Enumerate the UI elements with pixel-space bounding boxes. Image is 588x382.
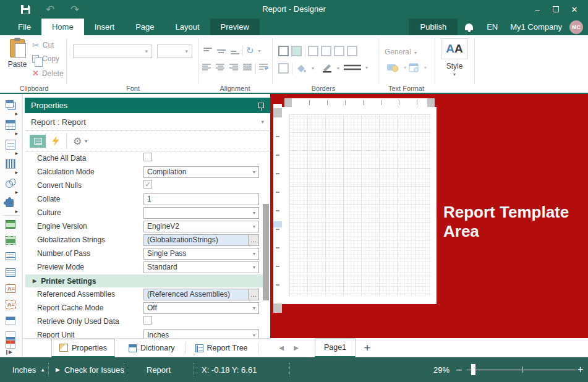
header-band-button[interactable] xyxy=(6,316,17,328)
pin-icon[interactable] xyxy=(258,103,264,108)
toolbox-collapse-button[interactable]: ▶ xyxy=(6,350,12,355)
avatar[interactable]: MC xyxy=(569,20,583,34)
next-page-arrow[interactable]: ▶ xyxy=(289,338,304,357)
align-right-button[interactable] xyxy=(229,64,239,71)
shape-tool-button[interactable]: ▶ xyxy=(6,179,17,190)
notifications-button[interactable] xyxy=(458,19,480,35)
property-dropdown[interactable]: Single Pass▾ xyxy=(143,248,259,260)
property-input[interactable]: 1 xyxy=(143,193,259,205)
align-left-button[interactable] xyxy=(202,64,211,71)
publish-button[interactable]: Publish xyxy=(409,19,458,35)
border-style-button[interactable]: ▾ xyxy=(344,64,368,71)
left-border-button[interactable] xyxy=(334,46,344,56)
delete-button[interactable]: ✕Delete xyxy=(32,69,64,78)
inside-borders-button[interactable] xyxy=(291,46,302,56)
date-format-button[interactable]: ▾ xyxy=(409,63,427,72)
page-footer-band-button[interactable] xyxy=(6,268,17,279)
align-bottom-button[interactable] xyxy=(230,47,240,54)
font-name-combobox[interactable]: ▾ xyxy=(73,45,152,58)
ellipsis-button[interactable]: … xyxy=(248,235,258,245)
gear-icon[interactable]: ⚙ xyxy=(73,135,82,147)
property-control: (Referenced Assemblies)… xyxy=(143,289,259,300)
all-borders-button[interactable] xyxy=(278,46,289,56)
property-checkbox[interactable] xyxy=(143,316,152,325)
property-checkbox[interactable] xyxy=(143,153,152,161)
component-tool-button[interactable]: ▶ xyxy=(6,100,17,111)
copy-button[interactable]: Copy xyxy=(32,54,59,63)
text-format-dropdown[interactable]: General ▾ xyxy=(385,48,417,56)
zoom-out-button[interactable]: – xyxy=(456,357,462,382)
object-selector-dropdown[interactable]: Report : Report ▾ xyxy=(25,113,270,131)
group-footer-band-button[interactable]: A≡ xyxy=(6,300,17,312)
align-top-button[interactable] xyxy=(203,47,213,54)
report-page[interactable] xyxy=(282,107,437,304)
fill-color-button[interactable]: ▾ xyxy=(296,64,314,73)
add-page-button[interactable]: + xyxy=(358,338,377,357)
tab-layout[interactable]: Layout xyxy=(165,19,210,35)
property-checkbox[interactable]: ✓ xyxy=(143,180,152,189)
check-for-issues-button[interactable]: ▶ Check for Issues xyxy=(56,357,124,382)
property-section-header[interactable]: ▶Printer Settings xyxy=(25,274,267,287)
property-row: Referenced Assemblies(Referenced Assembl… xyxy=(23,287,270,301)
currency-format-button[interactable]: ▾ xyxy=(387,63,406,72)
property-dropdown[interactable]: Standard▾ xyxy=(143,261,259,273)
cut-button[interactable]: ✂Cut xyxy=(32,40,54,50)
maximize-button[interactable] xyxy=(547,2,565,16)
report-title-band-button[interactable] xyxy=(6,220,17,231)
barcode-tool-button[interactable]: ▶ xyxy=(6,159,17,170)
property-value: Inches xyxy=(147,331,169,338)
right-border-button[interactable] xyxy=(347,46,357,56)
no-borders-button[interactable] xyxy=(278,63,289,74)
close-button[interactable]: ✕ xyxy=(566,2,583,16)
property-expression-field[interactable]: (GlobalizationStrings)… xyxy=(143,234,259,246)
tab-insert[interactable]: Insert xyxy=(84,19,126,35)
properties-view-button[interactable] xyxy=(30,135,46,148)
zoom-in-button[interactable]: + xyxy=(577,357,583,382)
property-dropdown[interactable]: ▾ xyxy=(143,207,259,219)
border-color-button[interactable]: ▾ xyxy=(322,64,339,73)
property-dropdown[interactable]: EngineV2▾ xyxy=(143,221,259,232)
page-tab[interactable]: Page1 xyxy=(315,338,356,357)
tab-dictionary[interactable]: Dictionary xyxy=(121,339,182,357)
events-view-button[interactable] xyxy=(51,136,60,146)
property-dropdown[interactable]: Off▾ xyxy=(143,302,259,314)
align-center-button[interactable] xyxy=(215,64,225,71)
properties-scrollbar-thumb[interactable] xyxy=(263,204,269,300)
page-header-band-button[interactable] xyxy=(6,252,17,263)
report-summary-band-button[interactable] xyxy=(6,236,17,247)
tab-home[interactable]: Home xyxy=(41,19,84,35)
chevron-down-icon: ▾ xyxy=(337,66,339,71)
design-canvas[interactable]: Report Template Area xyxy=(270,94,588,338)
account-name[interactable]: My1 Company xyxy=(504,19,568,35)
tab-page[interactable]: Page xyxy=(125,19,164,35)
group-header-band-button[interactable]: A≡ xyxy=(6,284,17,295)
zoom-slider-track[interactable] xyxy=(467,370,577,371)
property-dropdown[interactable]: Compilation▾ xyxy=(143,166,259,178)
word-wrap-button[interactable] xyxy=(258,64,270,72)
property-expression-field[interactable]: (Referenced Assemblies)… xyxy=(143,289,259,300)
text-component-tool-button[interactable]: ▶ xyxy=(6,140,17,151)
align-justify-button[interactable] xyxy=(242,64,252,71)
font-size-combobox[interactable]: ▾ xyxy=(157,45,192,58)
language-selector[interactable]: EN xyxy=(480,19,504,35)
paste-button[interactable]: Paste xyxy=(5,39,30,75)
style-button[interactable]: AA Style ▾ xyxy=(439,38,470,83)
minimize-button[interactable]: – xyxy=(529,2,546,16)
bottom-border-button[interactable] xyxy=(321,46,331,56)
previous-page-arrow[interactable]: ◀ xyxy=(274,338,289,357)
addon-component-tool-button[interactable]: ▶ xyxy=(6,198,17,209)
tab-report-tree[interactable]: Report Tree xyxy=(188,339,255,357)
tab-preview[interactable]: Preview xyxy=(210,19,260,35)
ellipsis-button[interactable]: … xyxy=(248,289,258,300)
align-middle-button[interactable] xyxy=(216,47,226,54)
property-dropdown[interactable]: Inches▾ xyxy=(143,329,259,339)
text-rotation-button[interactable]: ↻▾ xyxy=(246,45,261,56)
unit-selector[interactable]: Inches ▲ xyxy=(12,357,45,382)
report-status-label: Report xyxy=(147,357,171,382)
top-border-button[interactable] xyxy=(308,46,318,56)
zoom-slider-handle[interactable] xyxy=(471,364,475,375)
tab-file[interactable]: File xyxy=(7,19,41,35)
tab-properties[interactable]: Properties xyxy=(51,339,115,357)
chevron-down-icon[interactable]: ▾ xyxy=(85,138,87,144)
table-tool-button[interactable]: ▶ xyxy=(6,120,17,131)
